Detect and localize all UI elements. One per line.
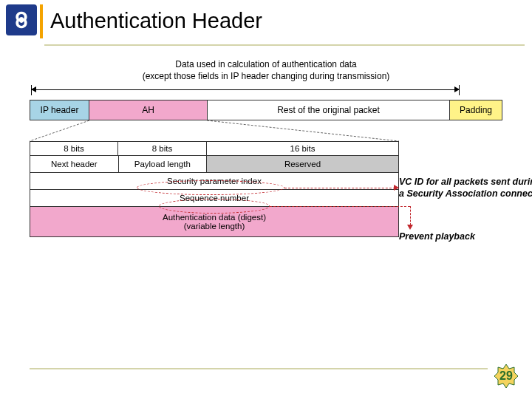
cell-ip-header: IP header [30,100,89,120]
bits-header-row: 8 bits 8 bits 16 bits [30,141,399,156]
title-accent-bar [40,4,43,38]
seq-arrow-v [410,206,411,225]
footer-divider [30,368,488,369]
bits-8b: 8 bits [118,141,207,156]
range-caption-line2: (except those fields in IP header changi… [143,71,390,81]
field-spi: Security parameter index [30,173,398,189]
bits-8a: 8 bits [30,141,118,156]
annotation-seq: Prevent playback [399,231,475,242]
annotation-spi: VC ID for all packets sent during a Secu… [399,176,532,200]
page-number: 29 [499,369,513,383]
projection-lines [30,120,502,141]
ah-fields-table: Next header Payload length Reserved Secu… [30,156,399,237]
logo-icon [6,4,37,35]
header-divider [44,44,525,46]
field-auth-data: Authentication data (digest) (variable l… [30,207,398,236]
cell-rest-of-packet: Rest of the original packet [208,100,450,120]
packet-row: IP header AH Rest of the original packet… [30,100,502,120]
bits-16: 16 bits [207,141,399,156]
cell-padding: Padding [450,100,502,120]
range-arrow [30,85,502,95]
field-sequence-number: Sequence number [30,190,398,206]
page-number-badge: 29 [494,364,519,389]
seq-arrow-head [407,225,413,230]
range-caption: Data used in calculation of authenticati… [30,59,502,82]
svg-line-1 [207,120,399,141]
page-title: Authentication Header [44,6,525,33]
range-caption-line1: Data used in calculation of authenticati… [175,59,357,69]
annotation-spi-line1: VC ID for all packets sent during [399,177,532,187]
cell-ah: AH [89,100,208,120]
field-auth-data-line2: (variable length) [184,222,245,231]
field-auth-data-line1: Authentication data (digest) [163,213,266,222]
field-payload-length: Payload length [119,156,208,172]
annotation-spi-line2: a Security Association connection [399,188,532,199]
field-next-header: Next header [30,156,119,172]
ah-diagram: Data used in calculation of authenticati… [30,59,502,237]
svg-line-0 [30,120,89,141]
field-reserved: Reserved [207,156,398,172]
